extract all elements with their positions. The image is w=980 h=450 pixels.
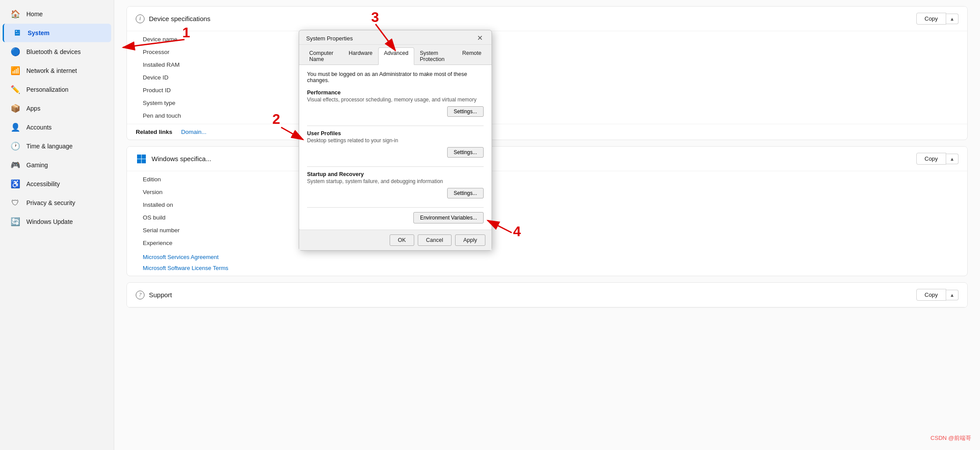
dialog-title: System Properties	[306, 35, 353, 42]
ms-services-link[interactable]: Microsoft Services Agreement	[143, 254, 219, 260]
dialog-close-button[interactable]: ✕	[475, 35, 485, 42]
dialog-tab-system-protection[interactable]: System Protection	[414, 47, 457, 65]
sidebar-item-personalization[interactable]: ✏️ Personalization	[3, 80, 111, 99]
dialog-group-label: Performance	[307, 90, 484, 96]
settings-button-performance[interactable]: Settings...	[447, 106, 484, 117]
settings-button-user-profiles[interactable]: Settings...	[447, 147, 484, 158]
sidebar: 🏠 Home 🖥 System 🔵 Bluetooth & devices 📶 …	[0, 0, 114, 450]
spec-label: Edition	[143, 176, 213, 183]
sidebar-item-apps[interactable]: 📦 Apps	[3, 99, 111, 118]
device-spec-rows: Device nameProcessorInstalled RAMDevice …	[127, 31, 967, 124]
device-spec-title: i Device specifications	[136, 14, 210, 23]
device-spec-expand-button[interactable]: ▲	[946, 14, 958, 24]
support-copy-button[interactable]: Copy	[916, 289, 946, 301]
dialog-apply-button[interactable]: Apply	[455, 234, 485, 246]
svg-rect-2	[137, 159, 141, 163]
support-title: ? Support	[136, 291, 172, 299]
windows-spec-copy-wrap: Copy ▲	[916, 153, 958, 165]
spec-row: Processor	[127, 46, 967, 58]
related-links-label: Related links	[136, 129, 172, 135]
device-spec-section: i Device specifications Copy ▲ Device na…	[127, 6, 968, 140]
dialog-group-desc: System startup, system failure, and debu…	[307, 178, 484, 184]
sidebar-label-gaming: Gaming	[26, 162, 48, 169]
sidebar-label-home: Home	[26, 11, 43, 18]
windows-spec-label: Windows specifica...	[152, 155, 211, 162]
dialog-tab-computer-name[interactable]: Computer Name	[304, 47, 343, 65]
spec-label: Installed RAM	[143, 61, 213, 68]
spec-label: Device ID	[143, 74, 213, 81]
accounts-sidebar-icon: 👤	[11, 122, 20, 132]
spec-label: Version	[143, 189, 213, 195]
personalization-sidebar-icon: ✏️	[11, 85, 20, 94]
sidebar-item-bluetooth[interactable]: 🔵 Bluetooth & devices	[3, 43, 111, 61]
dialog-tab-advanced[interactable]: Advanced	[378, 47, 414, 65]
dialog-note: You must be logged on as an Administrato…	[307, 71, 484, 83]
dialog-tab-hardware[interactable]: Hardware	[343, 47, 378, 65]
accessibility-sidebar-icon: ♿	[11, 179, 20, 189]
spec-label: Device name	[143, 36, 213, 43]
spec-row: Installed RAM	[127, 58, 967, 71]
sidebar-item-network[interactable]: 📶 Network & internet	[3, 61, 111, 80]
ms-license-link-row: Microsoft Software License Terms	[127, 263, 967, 276]
spec-label: System type	[143, 100, 213, 106]
spec-row: Product ID	[127, 84, 967, 97]
spec-label: Product ID	[143, 87, 213, 94]
time-sidebar-icon: 🕐	[11, 141, 20, 151]
spec-row: Device name	[127, 33, 967, 46]
sidebar-item-accessibility[interactable]: ♿ Accessibility	[3, 175, 111, 193]
sidebar-item-privacy[interactable]: 🛡 Privacy & security	[3, 194, 111, 212]
device-spec-label: Device specifications	[149, 15, 210, 22]
sidebar-item-time[interactable]: 🕐 Time & language	[3, 137, 111, 155]
sidebar-item-home[interactable]: 🏠 Home	[3, 5, 111, 23]
windows-spec-copy-button[interactable]: Copy	[916, 153, 946, 165]
windows-spec-header: Windows specifica... Copy ▲	[127, 147, 967, 171]
support-header: ? Support Copy ▲	[127, 283, 967, 307]
dialog-group-performance: Performance Visual effects, processor sc…	[307, 90, 484, 126]
network-sidebar-icon: 📶	[11, 66, 20, 76]
env-variables-button[interactable]: Environment Variables...	[413, 212, 484, 223]
device-spec-copy-button[interactable]: Copy	[916, 13, 946, 25]
sidebar-label-privacy: Privacy & security	[26, 199, 75, 206]
watermark: CSDN @前端哥	[930, 434, 971, 442]
spec-label: Processor	[143, 49, 213, 55]
gaming-sidebar-icon: 🎮	[11, 160, 20, 170]
svg-rect-1	[142, 155, 146, 159]
spec-row: Experience	[127, 237, 967, 249]
home-sidebar-icon: 🏠	[11, 9, 20, 19]
dialog-divider	[307, 166, 484, 167]
dialog-group-label: User Profiles	[307, 130, 484, 137]
ms-license-link[interactable]: Microsoft Software License Terms	[143, 265, 228, 271]
windows-spec-expand-button[interactable]: ▲	[946, 154, 958, 164]
spec-row: Device ID	[127, 71, 967, 84]
settings-button-startup-and-recovery[interactable]: Settings...	[447, 188, 484, 198]
sidebar-label-system: System	[28, 29, 50, 36]
dialog-group-desc: Desktop settings related to your sign-in	[307, 137, 484, 144]
windows-spec-section: Windows specifica... Copy ▲ EditionVersi…	[127, 146, 968, 276]
update-sidebar-icon: 🔄	[11, 217, 20, 227]
spec-row: Serial number	[127, 224, 967, 237]
support-expand-button[interactable]: ▲	[946, 290, 958, 300]
dialog-footer: OKCancelApply	[299, 230, 492, 250]
sidebar-item-system[interactable]: 🖥 System	[3, 24, 111, 42]
windows-spec-title: Windows specifica...	[136, 153, 211, 165]
device-spec-header: i Device specifications Copy ▲	[127, 7, 967, 31]
spec-row: Version	[127, 186, 967, 198]
sidebar-item-accounts[interactable]: 👤 Accounts	[3, 118, 111, 137]
sidebar-label-accessibility: Accessibility	[26, 180, 60, 187]
sidebar-label-network: Network & internet	[26, 67, 77, 74]
support-section: ? Support Copy ▲	[127, 282, 968, 308]
dialog-title-bar: System Properties ✕	[299, 30, 492, 45]
support-info-icon: ?	[136, 291, 145, 299]
dialog-group-startup-and-recovery: Startup and Recovery System startup, sys…	[307, 171, 484, 208]
dialog-body: You must be logged on as an Administrato…	[299, 65, 492, 230]
sidebar-label-personalization: Personalization	[26, 86, 69, 93]
sidebar-item-gaming[interactable]: 🎮 Gaming	[3, 156, 111, 174]
svg-rect-3	[142, 159, 146, 163]
dialog-tab-remote[interactable]: Remote	[456, 47, 487, 65]
domain-link[interactable]: Domain...	[181, 129, 206, 135]
spec-row: Pen and touch	[127, 109, 967, 122]
dialog-ok-button[interactable]: OK	[390, 234, 414, 246]
dialog-cancel-button[interactable]: Cancel	[418, 234, 452, 246]
sidebar-item-update[interactable]: 🔄 Windows Update	[3, 212, 111, 231]
dialog-divider	[307, 207, 484, 208]
